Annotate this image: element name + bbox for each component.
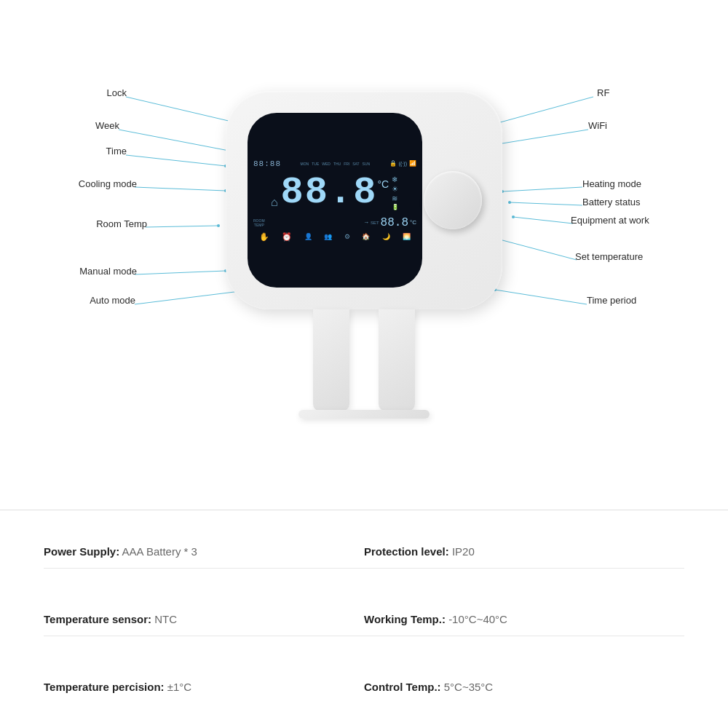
spec-row-1: Power Supply: AAA Battery * 3 Protection… xyxy=(44,535,684,569)
spec-power-supply: Power Supply: AAA Battery * 3 xyxy=(44,545,364,558)
lcd-day-fri: FRI xyxy=(344,162,349,166)
svg-line-20 xyxy=(510,202,582,205)
product-diagram: Lock Week Time Cooling mode Room Temp Ma… xyxy=(0,0,728,510)
lcd-mode-icons: ❄ ☀ ≋ 🔋 xyxy=(392,175,399,210)
spec-temp-precision: Temperature percision: ±1°C xyxy=(44,681,364,693)
spec-control-label: Control Temp.: xyxy=(364,681,441,693)
spec-power-label: Power Supply: xyxy=(44,545,119,558)
lcd-battery-icon: 🔋 xyxy=(392,204,399,210)
spec-sensor-value: NTC xyxy=(154,613,177,625)
set-temperature-label: Set temperature xyxy=(575,251,643,262)
lcd-main-celsius: °C xyxy=(377,178,389,190)
lcd-lock-icon: 🔒 xyxy=(389,160,397,167)
lcd-day-wed: WED xyxy=(322,162,331,166)
lcd-sun-icon: ☀ xyxy=(392,185,399,193)
spec-working-temp: Working Temp.: -10°C~40°C xyxy=(364,613,684,625)
lcd-home-icon: ⌂ xyxy=(271,196,278,209)
lcd-set-celsius: °C xyxy=(410,219,416,226)
lcd-screen: 88:88 MON TUE WED THU FRI SAT SUN 🔒 ((·)… xyxy=(248,113,422,288)
lcd-main-temperature: 88.8 xyxy=(281,174,378,212)
lcd-clock-icon: ⏰ xyxy=(282,232,292,242)
lcd-mid-row: ⌂ 88.8 °C ❄ ☀ ≋ 🔋 xyxy=(253,174,416,212)
lcd-rf-icon: ((·)) xyxy=(399,161,407,166)
equipment-at-work-label: Equipment at work xyxy=(571,215,649,226)
time-label: Time xyxy=(106,146,127,157)
room-temp-label: Room Temp xyxy=(96,218,147,229)
lcd-room-temp-label: ROOMTEMP xyxy=(253,218,265,227)
lcd-snowflake-icon: ❄ xyxy=(392,175,399,183)
spec-control-value: 5°C~35°C xyxy=(444,681,493,693)
lcd-prog6-icon: 🌅 xyxy=(403,233,411,240)
lcd-top-row: 88:88 MON TUE WED THU FRI SAT SUN 🔒 ((·)… xyxy=(253,159,416,168)
spec-row-2: Temperature sensor: NTC Working Temp.: -… xyxy=(44,603,684,636)
spec-sensor-label: Temperature sensor: xyxy=(44,613,151,625)
lcd-prog2-icon: 👥 xyxy=(324,233,332,240)
device-knob[interactable] xyxy=(424,171,482,229)
cooling-mode-label: Cooling mode xyxy=(79,178,137,189)
lcd-hand-icon: ✋ xyxy=(259,232,269,242)
stand-leg-right xyxy=(379,309,415,411)
rf-label: RF xyxy=(597,87,609,98)
lcd-prog1-icon: 👤 xyxy=(304,233,312,240)
svg-line-8 xyxy=(146,226,218,227)
lock-label: Lock xyxy=(107,87,127,98)
lcd-top-icons: 🔒 ((·)) 📶 xyxy=(389,160,416,167)
spec-row-3: Temperature percision: ±1°C Control Temp… xyxy=(44,670,684,703)
lcd-prog4-icon: 🏠 xyxy=(362,233,370,240)
lcd-prog5-icon: 🌙 xyxy=(382,233,390,240)
auto-mode-label: Auto mode xyxy=(90,295,135,306)
lcd-set-temp-display: → SET 88.8 °C xyxy=(363,216,416,229)
lcd-room-temp-display: ROOMTEMP xyxy=(253,218,265,227)
wifi-label: WiFi xyxy=(588,120,607,131)
spec-temp-sensor: Temperature sensor: NTC xyxy=(44,613,364,625)
spec-protection-value: IP20 xyxy=(452,545,475,558)
manual-mode-label: Manual mode xyxy=(79,266,137,277)
stand-base xyxy=(298,410,430,419)
spec-control-temp: Control Temp.: 5°C~35°C xyxy=(364,681,684,693)
spec-working-label: Working Temp.: xyxy=(364,613,446,625)
week-label: Week xyxy=(95,120,119,131)
device-stand xyxy=(291,309,437,426)
stand-leg-left xyxy=(313,309,349,411)
lcd-day-sat: SAT xyxy=(352,162,359,166)
time-period-label: Time period xyxy=(587,295,636,306)
lcd-prog3-icon: ⚙ xyxy=(344,233,350,240)
spec-precision-label: Temperature percision: xyxy=(44,681,165,693)
lcd-day-mon: MON xyxy=(301,162,309,166)
spec-working-value: -10°C~40°C xyxy=(448,613,507,625)
lcd-arrow-icon: → xyxy=(363,219,369,226)
lcd-day-thu: THU xyxy=(333,162,341,166)
lcd-day-sun: SUN xyxy=(363,162,371,166)
spec-protection-label: Protection level: xyxy=(364,545,449,558)
lcd-time-display: 88:88 xyxy=(253,159,281,168)
device-body: 88:88 MON TUE WED THU FRI SAT SUN 🔒 ((·)… xyxy=(226,91,502,309)
lcd-heat-icon: ≋ xyxy=(392,194,399,202)
lcd-bottom-row: ROOMTEMP → SET 88.8 °C xyxy=(253,216,416,229)
lcd-set-label: SET xyxy=(371,221,379,225)
lcd-days-row: MON TUE WED THU FRI SAT SUN xyxy=(301,162,371,166)
spec-power-value: AAA Battery * 3 xyxy=(122,545,197,558)
specs-section: Power Supply: AAA Battery * 3 Protection… xyxy=(0,510,728,728)
lcd-function-icons-row: ✋ ⏰ 👤 👥 ⚙ 🏠 🌙 🌅 xyxy=(253,232,416,242)
svg-line-22 xyxy=(513,217,573,223)
lcd-wifi-icon: 📶 xyxy=(409,160,416,167)
spec-precision-value: ±1°C xyxy=(167,681,191,693)
thermostat-device: 88:88 MON TUE WED THU FRI SAT SUN 🔒 ((·)… xyxy=(211,91,517,440)
lcd-set-temperature: 88.8 xyxy=(381,216,408,229)
battery-status-label: Battery status xyxy=(582,197,640,207)
heating-mode-label: Heating mode xyxy=(582,178,641,189)
spec-protection-level: Protection level: IP20 xyxy=(364,545,684,558)
lcd-day-tue: TUE xyxy=(312,162,319,166)
